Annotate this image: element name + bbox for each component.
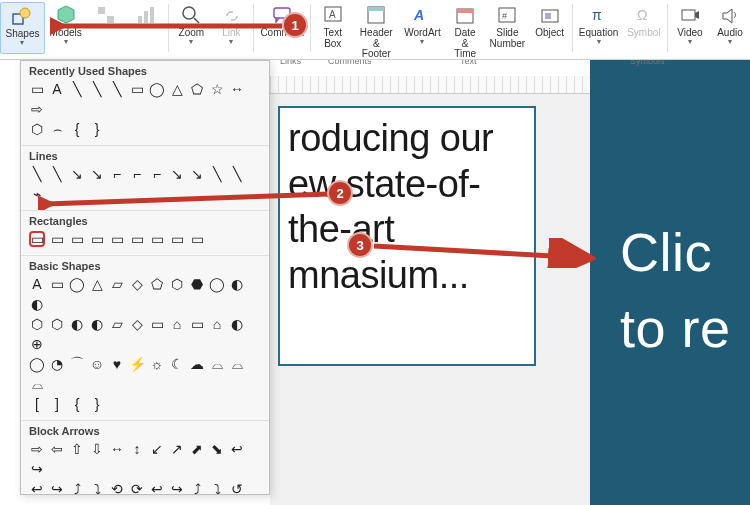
header-footer-button[interactable]: Header & Footer [353, 2, 400, 54]
shape-item[interactable]: ⇦ [49, 441, 65, 457]
shape-item[interactable]: ⬊ [209, 441, 225, 457]
shape-item[interactable]: ╲ [109, 81, 125, 97]
shape-item[interactable]: ↩ [29, 481, 45, 495]
shape-item[interactable]: ↪ [49, 481, 65, 495]
shape-item[interactable]: ⌓ [209, 356, 225, 372]
shape-item[interactable]: ⬡ [49, 316, 65, 332]
shape-item[interactable]: ↘ [169, 166, 185, 182]
shape-item[interactable]: } [89, 396, 105, 412]
shape-item[interactable]: ⤵ [209, 481, 225, 495]
shape-item[interactable]: ↪ [29, 461, 45, 477]
shape-item[interactable]: ╲ [29, 166, 45, 182]
shape-item[interactable]: ⊕ [29, 336, 45, 352]
shape-item[interactable]: ⬠ [189, 81, 205, 97]
shape-item[interactable]: ↘ [89, 166, 105, 182]
shape-item[interactable]: ⤴ [69, 481, 85, 495]
chart-button[interactable] [126, 2, 166, 54]
shapes-dropdown-panel[interactable]: Recently Used Shapes ▭A╲╲╲▭◯△⬠☆↔⇨ ⬡⌢{} L… [20, 60, 270, 495]
shape-item[interactable]: ⌐ [129, 166, 145, 182]
shape-item[interactable]: △ [89, 276, 105, 292]
shape-item[interactable]: ▭ [49, 276, 65, 292]
shape-item[interactable]: ◔ [49, 356, 65, 372]
shape-item[interactable]: ◐ [89, 316, 105, 332]
shape-item[interactable]: ↕ [129, 441, 145, 457]
shape-item[interactable]: ▭ [49, 231, 65, 247]
shape-item[interactable]: ▱ [109, 276, 125, 292]
shape-item[interactable]: ⇨ [29, 441, 45, 457]
shape-item[interactable]: ⟲ [109, 481, 125, 495]
shape-item[interactable]: ⌢ [49, 121, 65, 137]
shape-item[interactable]: ⬡ [29, 121, 45, 137]
shape-item[interactable]: ◯ [149, 81, 165, 97]
shape-item[interactable]: ↘ [69, 166, 85, 182]
equation-button[interactable]: π Equation ▾ [575, 2, 623, 54]
shape-item[interactable]: ╲ [69, 81, 85, 97]
shape-item[interactable]: ▭ [169, 231, 185, 247]
shape-item[interactable]: ♥ [109, 356, 125, 372]
wordart-button[interactable]: A WordArt ▾ [400, 2, 445, 54]
shape-item[interactable]: ↔ [229, 81, 245, 97]
rectangle-shape[interactable]: ▭ [29, 231, 45, 247]
shape-item[interactable]: ▭ [29, 81, 45, 97]
shape-item[interactable]: ▭ [69, 231, 85, 247]
shape-item[interactable]: [ [29, 396, 45, 412]
shape-item[interactable]: ◯ [29, 356, 45, 372]
shape-item[interactable]: ▭ [129, 231, 145, 247]
shape-item[interactable]: ☆ [209, 81, 225, 97]
slide-side-panel[interactable]: Clic to re [590, 56, 750, 505]
textbox-button[interactable]: A Text Box [313, 2, 353, 54]
shape-item[interactable]: ▭ [149, 231, 165, 247]
shape-item[interactable]: ⚡ [129, 356, 145, 372]
shape-item[interactable]: A [29, 276, 45, 292]
symbol-button[interactable]: Ω Symbol [623, 2, 665, 54]
shape-item[interactable]: ⌐ [109, 166, 125, 182]
object-button[interactable]: Object [530, 2, 570, 54]
audio-button[interactable]: Audio ▾ [710, 2, 750, 54]
shape-item[interactable]: ◐ [229, 316, 245, 332]
shape-item[interactable]: ⌂ [209, 316, 225, 332]
link-button[interactable]: Link ▾ [211, 2, 251, 54]
shape-item[interactable]: ↙ [149, 441, 165, 457]
smartart-button[interactable] [86, 2, 126, 54]
slidenumber-button[interactable]: # Slide Number [485, 2, 530, 54]
shape-item[interactable]: ↔ [109, 441, 125, 457]
shape-item[interactable]: ⇩ [89, 441, 105, 457]
shape-item[interactable]: A [49, 81, 65, 97]
shape-item[interactable]: ⌒ [69, 356, 85, 372]
shape-item[interactable]: ◐ [29, 296, 45, 312]
shape-item[interactable]: ◯ [209, 276, 225, 292]
shape-item[interactable]: { [69, 396, 85, 412]
shape-item[interactable]: ☺ [89, 356, 105, 372]
shape-item[interactable]: ◐ [229, 276, 245, 292]
shape-item[interactable]: ☁ [189, 356, 205, 372]
threed-models-button[interactable]: Models ▾ [45, 2, 86, 54]
shape-item[interactable]: ↩ [149, 481, 165, 495]
comment-button[interactable]: Comment [256, 2, 308, 54]
shape-item[interactable]: ⌐ [149, 166, 165, 182]
shape-item[interactable]: ▭ [189, 316, 205, 332]
shape-item[interactable]: ↪ [169, 481, 185, 495]
shape-item[interactable]: ☾ [169, 356, 185, 372]
shape-item[interactable]: ▭ [129, 81, 145, 97]
shape-item[interactable]: ◇ [129, 316, 145, 332]
shape-item[interactable]: ⬈ [189, 441, 205, 457]
shape-item[interactable]: ╲ [209, 166, 225, 182]
datetime-button[interactable]: Date & Time [445, 2, 485, 54]
shape-item[interactable]: ☼ [149, 356, 165, 372]
shape-item[interactable]: △ [169, 81, 185, 97]
shape-item[interactable]: ◐ [69, 316, 85, 332]
slide-text-placeholder[interactable]: roducing our ew state-of- the-art mnasiu… [278, 106, 536, 366]
shape-item[interactable]: ⤵ [89, 481, 105, 495]
shape-item[interactable]: ↺ [229, 481, 245, 495]
shape-item[interactable]: ⬡ [169, 276, 185, 292]
shape-item[interactable]: ↘ [189, 166, 205, 182]
shape-item[interactable]: ╲ [229, 166, 245, 182]
zoom-button[interactable]: Zoom ▾ [171, 2, 211, 54]
shape-item[interactable]: ▭ [149, 316, 165, 332]
shapes-button[interactable]: Shapes ▾ [0, 2, 45, 54]
shape-item[interactable]: ⌁ [29, 186, 45, 202]
shape-item[interactable]: ▭ [89, 231, 105, 247]
shape-item[interactable]: ⌓ [229, 356, 245, 372]
video-button[interactable]: Video ▾ [670, 2, 710, 54]
shape-item[interactable]: ╲ [49, 166, 65, 182]
